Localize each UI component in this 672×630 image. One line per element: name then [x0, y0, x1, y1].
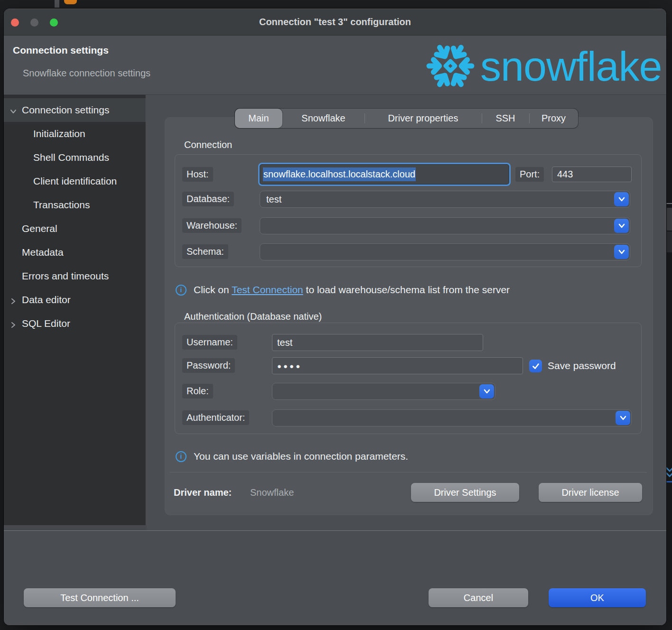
username-input[interactable]: test	[272, 334, 483, 351]
sidebar-item-sql-editor[interactable]: SQL Editor	[4, 312, 146, 335]
background-double-chevron-icon	[665, 466, 672, 482]
sidebar-item-transactions[interactable]: Transactions	[4, 193, 146, 217]
database-dropdown-button[interactable]	[614, 192, 629, 206]
page-title: Connection settings	[13, 45, 109, 56]
background-artifact-box	[667, 208, 672, 231]
chevron-down-icon	[485, 390, 489, 393]
test-connection-hint: i Click on Test Connection to load wareh…	[176, 284, 510, 296]
tab-bar: Main Snowflake Driver properties SSH Pro…	[235, 109, 578, 128]
host-label: Host:	[182, 167, 213, 182]
sidebar-item-client-identification[interactable]: Client identification	[4, 169, 146, 193]
tab-ssh[interactable]: SSH	[482, 109, 529, 128]
background-artifact-line	[666, 203, 672, 204]
cancel-button[interactable]: Cancel	[429, 588, 528, 607]
chevron-down-icon	[619, 198, 624, 201]
sidebar-item-general[interactable]: General	[4, 217, 146, 241]
driver-name-value: Snowflake	[250, 487, 294, 498]
main-content-area: Main Snowflake Driver properties SSH Pro…	[147, 95, 666, 530]
password-label: Password:	[182, 358, 235, 373]
background-window-scrollbar	[55, 0, 59, 8]
connection-group-label: Connection	[184, 139, 232, 150]
dialog-footer: Test Connection ... Cancel OK	[4, 531, 666, 625]
tab-snowflake[interactable]: Snowflake	[282, 109, 364, 128]
chevron-down-icon	[621, 417, 625, 419]
save-password-label: Save password	[548, 360, 616, 371]
role-label: Role:	[182, 384, 213, 398]
main-tab-panel: Connection Host: snowflake.localhost.loc…	[165, 118, 653, 515]
page-subtitle: Snowflake connection settings	[23, 68, 150, 79]
sidebar-item-shell-commands[interactable]: Shell Commands	[4, 146, 146, 169]
host-value-selected-text: snowflake.localhost.localstack.cloud	[263, 167, 416, 181]
driver-name-label: Driver name:	[174, 487, 232, 498]
tab-proxy[interactable]: Proxy	[529, 109, 578, 128]
database-combo[interactable]: test	[260, 191, 630, 208]
snowflake-wordmark: snowflake	[480, 46, 662, 87]
password-input[interactable]: ●●●●	[272, 357, 523, 374]
warehouse-combo[interactable]	[260, 217, 630, 234]
connection-configuration-dialog: Connection "test 3" configuration Connec…	[4, 9, 666, 625]
window-title: Connection "test 3" configuration	[4, 9, 666, 36]
info-icon: i	[176, 451, 187, 462]
warehouse-label: Warehouse:	[182, 218, 242, 233]
driver-settings-button[interactable]: Driver Settings	[411, 483, 519, 502]
chevron-down-icon	[619, 250, 624, 253]
dialog-header: Connection settings Snowflake connection…	[4, 36, 666, 95]
sidebar-item-errors-and-timeouts[interactable]: Errors and timeouts	[4, 264, 146, 288]
save-password-checkbox[interactable]	[529, 360, 542, 372]
sidebar-item-connection-settings[interactable]: Connection settings	[4, 98, 146, 122]
role-dropdown-button[interactable]	[479, 384, 494, 398]
chevron-right-icon	[9, 296, 17, 304]
port-input[interactable]: 443	[552, 167, 632, 182]
role-combo[interactable]	[272, 383, 495, 400]
zoom-button[interactable]	[50, 19, 58, 27]
close-button[interactable]	[11, 19, 19, 27]
port-label: Port:	[515, 167, 544, 182]
schema-combo[interactable]	[260, 243, 630, 260]
warehouse-dropdown-button[interactable]	[614, 219, 629, 233]
database-label: Database:	[182, 192, 234, 206]
background-artifact-blue-line	[666, 481, 672, 482]
panel-divider	[170, 472, 647, 472]
host-input[interactable]: snowflake.localhost.localstack.cloud	[258, 163, 511, 186]
tab-driver-properties[interactable]: Driver properties	[364, 109, 482, 128]
background-app-icon	[64, 0, 77, 4]
test-connection-button[interactable]: Test Connection ...	[24, 588, 176, 607]
schema-label: Schema:	[182, 244, 228, 259]
test-connection-link[interactable]: Test Connection	[232, 284, 303, 295]
ok-button[interactable]: OK	[549, 588, 646, 607]
chevron-down-icon	[619, 224, 624, 227]
tab-main[interactable]: Main	[235, 109, 282, 128]
titlebar: Connection "test 3" configuration	[4, 9, 666, 36]
info-icon: i	[176, 285, 187, 296]
driver-license-button[interactable]: Driver license	[539, 483, 642, 502]
sidebar-item-data-editor[interactable]: Data editor	[4, 288, 146, 312]
username-label: Username:	[182, 335, 237, 350]
schema-dropdown-button[interactable]	[614, 245, 629, 259]
chevron-right-icon	[9, 320, 17, 327]
authentication-group-label: Authentication (Database native)	[184, 311, 322, 322]
sidebar-item-initialization[interactable]: Initialization	[4, 122, 146, 146]
background-artifact-box	[667, 232, 672, 252]
authenticator-label: Authenticator:	[182, 410, 249, 425]
authenticator-combo[interactable]	[272, 409, 632, 426]
variables-hint: i You can use variables in connection pa…	[176, 451, 408, 462]
sidebar-item-metadata[interactable]: Metadata	[4, 241, 146, 264]
checkmark-icon	[532, 362, 540, 371]
snowflake-logo-icon	[424, 39, 477, 94]
chevron-down-icon	[9, 106, 17, 114]
authenticator-dropdown-button[interactable]	[616, 411, 630, 425]
settings-sidebar: Connection settings Initialization Shell…	[4, 95, 146, 525]
minimize-button[interactable]	[30, 19, 38, 27]
